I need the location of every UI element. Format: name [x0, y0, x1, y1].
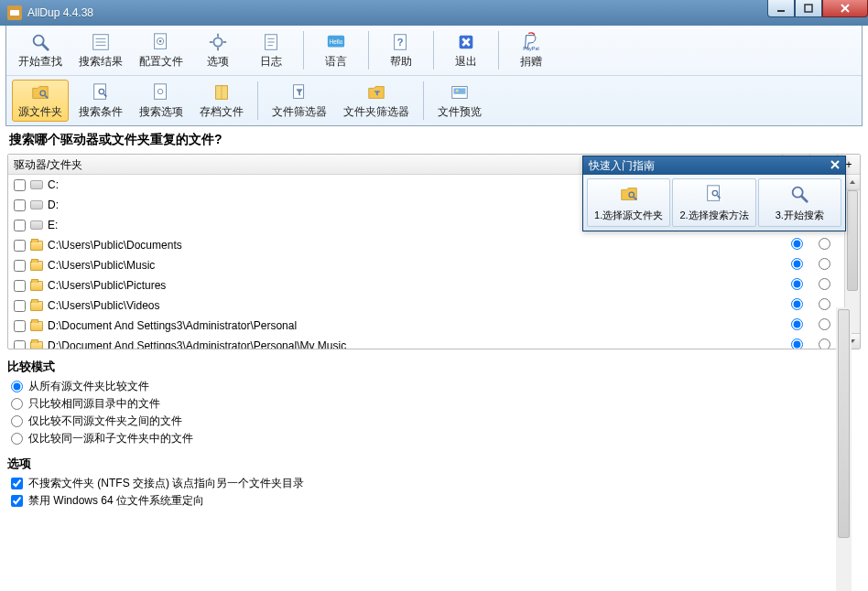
compare-radio[interactable] — [11, 381, 23, 392]
compare-option[interactable]: 只比较相同源目录中的文件 — [11, 396, 861, 412]
list-row[interactable]: C:\Users\Public\Videos — [8, 296, 860, 316]
page-gear-icon — [150, 82, 172, 102]
compare-radio[interactable] — [11, 415, 23, 427]
guide-body: 1.选择源文件夹2.选择搜索方法3.开始搜索 — [583, 175, 845, 231]
toolbar-button-gear-page[interactable]: 配置文件 — [133, 29, 190, 71]
row-checkbox[interactable] — [14, 220, 26, 231]
compare-option[interactable]: 从所有源文件夹比较文件 — [11, 379, 861, 394]
preview-icon — [449, 82, 471, 102]
option-checkbox[interactable] — [11, 495, 23, 507]
svg-point-13 — [159, 39, 162, 42]
toolbar-button-folder-search[interactable]: 源文件夹 — [12, 80, 69, 122]
exit-icon — [455, 32, 477, 52]
row-path: C:\Users\Public\Music — [48, 259, 783, 272]
svg-text:?: ? — [397, 36, 404, 47]
row-checkbox[interactable] — [14, 199, 26, 211]
drive-icon — [30, 200, 43, 210]
compare-option[interactable]: 仅比较同一源和子文件夹中的文件 — [11, 431, 861, 446]
folder-search-icon — [29, 82, 51, 102]
scroll-thumb[interactable] — [847, 190, 858, 291]
content-scrollbar[interactable] — [836, 307, 852, 591]
row-checkbox[interactable] — [14, 340, 26, 349]
row-recurse-radio[interactable] — [791, 258, 803, 270]
row-path: C:\Users\Public\Pictures — [48, 279, 783, 292]
toolbar-button-page-gear[interactable]: 搜索选项 — [133, 80, 190, 122]
row-checkbox[interactable] — [14, 179, 26, 191]
row-recurse-radio[interactable] — [791, 318, 803, 330]
option-label: 禁用 Windows 64 位文件系统重定向 — [28, 493, 204, 509]
toolbar-button-hello[interactable]: Hello语言 — [311, 29, 361, 71]
close-button[interactable] — [822, 0, 868, 17]
compare-radio[interactable] — [11, 433, 23, 445]
folder-filter-icon — [365, 82, 387, 102]
row-lock-radio[interactable] — [819, 258, 830, 270]
toolbar-button-magnifier[interactable]: 开始查找 — [12, 29, 69, 71]
row-recurse-radio[interactable] — [791, 338, 803, 349]
toolbar-button-preview[interactable]: 文件预览 — [431, 80, 488, 122]
row-lock-radio[interactable] — [819, 338, 830, 349]
toolbar-button-folder-filter[interactable]: 文件夹筛选器 — [337, 80, 416, 122]
archive-icon — [211, 82, 233, 102]
toolbar-label: 源文件夹 — [18, 104, 62, 120]
folder-icon — [30, 241, 43, 251]
toolbar-button-log[interactable]: 日志 — [246, 29, 296, 71]
list-row[interactable]: D:\Document And Settings3\Administrator\… — [8, 336, 860, 349]
guide-close-button[interactable] — [827, 157, 843, 172]
list-row[interactable]: C:\Users\Public\Music — [8, 255, 860, 275]
toolbar-button-help[interactable]: ?帮助 — [376, 29, 426, 71]
toolbar-label: 开始查找 — [18, 54, 62, 70]
toolbar-label: 文件筛选器 — [272, 104, 327, 120]
toolbar-label: 帮助 — [390, 54, 412, 70]
toolbar-button-file-filter[interactable]: 文件筛选器 — [266, 80, 333, 122]
row-lock-radio[interactable] — [819, 298, 830, 310]
compare-option[interactable]: 仅比较不同源文件夹之间的文件 — [11, 414, 861, 429]
toolbar-button-gear[interactable]: 选项 — [193, 29, 243, 71]
row-lock-radio[interactable] — [819, 278, 830, 290]
toolbar-button-exit[interactable]: 退出 — [441, 29, 491, 71]
content-scroll-thumb[interactable] — [838, 309, 850, 538]
row-checkbox[interactable] — [14, 260, 26, 272]
section-title: 搜索哪个驱动器或文件夹重复的文件? — [9, 132, 861, 148]
toolbar-button-archive[interactable]: 存档文件 — [193, 80, 250, 122]
folder-icon — [30, 281, 43, 291]
window-title: AllDup 4.4.38 — [27, 6, 93, 19]
row-lock-radio[interactable] — [819, 238, 830, 250]
row-lock-radio[interactable] — [819, 318, 830, 330]
option-item[interactable]: 不搜索文件夹 (NTFS 交接点) 该点指向另一个文件夹目录 — [11, 476, 861, 491]
row-path: C:\Users\Public\Videos — [48, 299, 783, 312]
row-checkbox[interactable] — [14, 240, 26, 252]
toolbar-label: 搜索选项 — [139, 104, 183, 120]
row-checkbox[interactable] — [14, 300, 26, 312]
option-checkbox[interactable] — [11, 478, 23, 489]
svg-rect-0 — [10, 10, 19, 16]
row-checkbox[interactable] — [14, 320, 26, 332]
svg-line-6 — [43, 44, 49, 49]
window-controls — [767, 0, 868, 17]
guide-step-label: 1.选择源文件夹 — [594, 209, 663, 222]
row-checkbox[interactable] — [14, 280, 26, 292]
minimize-button[interactable] — [767, 0, 795, 17]
hello-icon: Hello — [325, 32, 347, 52]
paypal-icon: PayPal — [520, 32, 542, 52]
guide-step-label: 3.开始搜索 — [776, 209, 824, 222]
toolbar-button-paypal[interactable]: PayPal捐赠 — [506, 29, 556, 71]
guide-step[interactable]: 2.选择搜索方法 — [672, 178, 755, 227]
option-item[interactable]: 禁用 Windows 64 位文件系统重定向 — [11, 493, 861, 509]
compare-radio[interactable] — [11, 398, 23, 410]
toolbar-button-page-search[interactable]: 搜索条件 — [72, 80, 129, 122]
list-icon — [90, 32, 112, 52]
folder-search-icon — [618, 183, 640, 205]
row-recurse-radio[interactable] — [791, 298, 803, 310]
scroll-up-button[interactable] — [845, 175, 860, 190]
list-row[interactable]: C:\Users\Public\Pictures — [8, 275, 860, 296]
guide-step[interactable]: 3.开始搜索 — [758, 178, 841, 227]
list-row[interactable]: D:\Document And Settings3\Administrator\… — [8, 316, 860, 336]
maximize-button[interactable] — [795, 0, 822, 17]
row-recurse-radio[interactable] — [791, 278, 803, 290]
option-label: 不搜索文件夹 (NTFS 交接点) 该点指向另一个文件夹目录 — [28, 476, 304, 491]
row-recurse-radio[interactable] — [791, 238, 803, 250]
guide-step[interactable]: 1.选择源文件夹 — [587, 178, 670, 227]
toolbar-button-list[interactable]: 搜索结果 — [72, 29, 129, 71]
list-row[interactable]: C:\Users\Public\Documents — [8, 235, 860, 255]
guide-step-label: 2.选择搜索方法 — [679, 209, 748, 222]
